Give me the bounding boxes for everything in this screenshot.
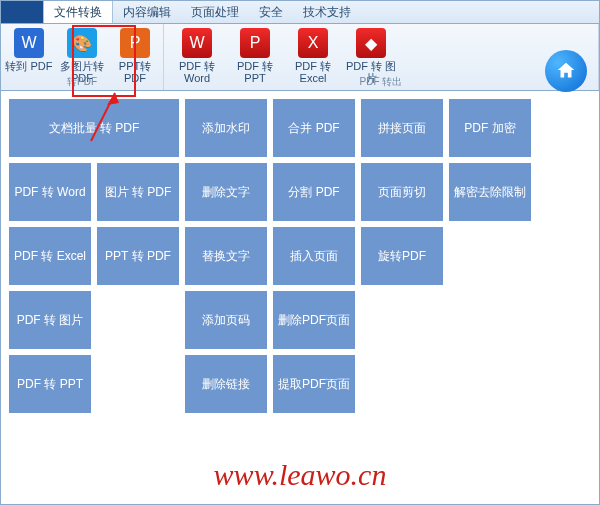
watermark-text: www.leawo.cn	[1, 458, 599, 492]
pdf-ppt-icon: P	[240, 28, 270, 58]
tile-pdf-to-image[interactable]: PDF 转 图片	[9, 291, 91, 349]
ppt-icon: P	[120, 28, 150, 58]
ribbon-toolbar: W 转到 PDF 🎨 多图片转PDF P PPT转PDF 转PDF W PDF …	[1, 24, 599, 91]
palette-icon: 🎨	[67, 28, 97, 58]
annotation-arrow	[83, 91, 123, 151]
tile-delete-link[interactable]: 删除链接	[185, 355, 267, 413]
tab-page-process[interactable]: 页面处理	[181, 1, 249, 23]
tile-add-page-number[interactable]: 添加页码	[185, 291, 267, 349]
tile-split-pdf[interactable]: 分割 PDF	[273, 163, 355, 221]
tab-support[interactable]: 技术支持	[293, 1, 361, 23]
tab-file-convert[interactable]: 文件转换	[43, 1, 113, 23]
home-icon	[555, 60, 577, 82]
tile-pdf-decrypt[interactable]: 解密去除限制	[449, 163, 531, 221]
tile-replace-text[interactable]: 替换文字	[185, 227, 267, 285]
tile-crop-page[interactable]: 页面剪切	[361, 163, 443, 221]
word-icon: W	[14, 28, 44, 58]
tile-add-watermark[interactable]: 添加水印	[185, 99, 267, 157]
home-button[interactable]	[545, 50, 587, 92]
menu-tabs: 文件转换 内容编辑 页面处理 安全 技术支持	[1, 1, 599, 24]
tab-security[interactable]: 安全	[249, 1, 293, 23]
pdf-word-icon: W	[182, 28, 212, 58]
group-title: 转PDF	[1, 75, 163, 89]
tile-image-to-pdf[interactable]: 图片 转 PDF	[97, 163, 179, 221]
tab-content-edit[interactable]: 内容编辑	[113, 1, 181, 23]
tile-delete-text[interactable]: 删除文字	[185, 163, 267, 221]
pdf-excel-icon: X	[298, 28, 328, 58]
ribbon-group-pdf-export: W PDF 转 Word P PDF 转 PPT X PDF 转 Excel ◆…	[164, 24, 599, 90]
tile-ppt-to-pdf[interactable]: PPT 转 PDF	[97, 227, 179, 285]
tile-join-page[interactable]: 拼接页面	[361, 99, 443, 157]
tile-pdf-to-ppt[interactable]: PDF 转 PPT	[9, 355, 91, 413]
tile-delete-pdf-page[interactable]: 删除PDF页面	[273, 291, 355, 349]
ribbon-group-to-pdf: W 转到 PDF 🎨 多图片转PDF P PPT转PDF 转PDF	[1, 24, 164, 90]
tile-insert-page[interactable]: 插入页面	[273, 227, 355, 285]
tile-pdf-encrypt[interactable]: PDF 加密	[449, 99, 531, 157]
ribbon-label: 转到 PDF	[5, 60, 53, 72]
tile-pdf-to-word[interactable]: PDF 转 Word	[9, 163, 91, 221]
tile-merge-pdf[interactable]: 合并 PDF	[273, 99, 355, 157]
tile-pdf-to-excel[interactable]: PDF 转 Excel	[9, 227, 91, 285]
window-handle[interactable]	[1, 1, 43, 23]
tile-rotate-pdf[interactable]: 旋转PDF	[361, 227, 443, 285]
pdf-image-icon: ◆	[356, 28, 386, 58]
group-title: PDF 转出	[164, 75, 598, 89]
tile-extract-pdf-page[interactable]: 提取PDF页面	[273, 355, 355, 413]
